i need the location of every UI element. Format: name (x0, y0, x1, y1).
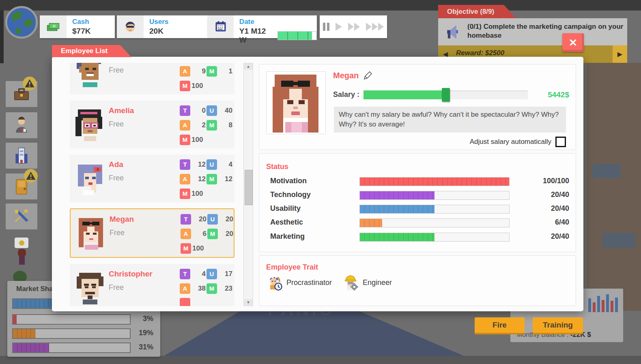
stat-chip: T (180, 159, 190, 170)
employee-row[interactable]: Amelia Free T0 U40 A2 M8 M100 (70, 101, 234, 148)
reward-value: $2500 (485, 49, 504, 57)
employee-row-selected[interactable]: Megan Free T20 U20 A6 M20 M100 (70, 208, 234, 258)
stat-chip: M (207, 229, 218, 239)
stat-chip: U (207, 214, 218, 225)
week-progress-bar (277, 31, 317, 40)
scroll-down-button[interactable]: ▼ (244, 299, 253, 306)
date-card: Date Y1 M12 W (208, 15, 317, 38)
employee-name: Ada (109, 160, 123, 169)
stat-value: 1 (217, 66, 233, 75)
employee-status: Free (109, 66, 124, 75)
employee-row[interactable]: Christopher Free T4 U17 A38 M23 (70, 264, 234, 306)
world-button[interactable] (4, 5, 39, 40)
cash-card: Cash $77K (40, 15, 115, 38)
auto-salary-checkbox[interactable] (555, 137, 566, 147)
tools-icon (13, 208, 30, 225)
background-left-strip (0, 11, 4, 63)
scroll-up-button[interactable]: ▲ (244, 63, 253, 70)
background-bottom-strip (0, 356, 641, 364)
market-share-bar (12, 343, 131, 353)
status-value: 6/40 (555, 218, 569, 227)
stat-value (190, 298, 206, 299)
status-title: Status (266, 163, 288, 171)
employee-row[interactable]: Ada Free T12 U4 A12 M12 M100 (70, 154, 234, 202)
close-button[interactable]: ✕ (562, 33, 584, 52)
training-button[interactable]: Training (533, 317, 583, 334)
week-progress-fill (278, 32, 312, 40)
stat-value: 2 (190, 120, 206, 129)
stat-chip: M (180, 81, 190, 91)
balance-chart-bar (606, 294, 609, 312)
stat-value: 38 (190, 283, 206, 293)
status-bar (359, 191, 510, 200)
megaphone-icon (445, 23, 462, 41)
trait-title: Employee Trait (266, 263, 318, 272)
salary-slider-handle[interactable] (442, 88, 450, 102)
status-card: Status Motivation 100/100 Technology 20/… (259, 153, 576, 252)
scrollbar-thumb[interactable] (245, 170, 253, 205)
stat-value: 4 (217, 159, 233, 169)
background-office (587, 63, 641, 311)
status-value: 20/40 (551, 191, 569, 199)
play-button[interactable] (335, 22, 343, 32)
sidebar-item-staff[interactable] (6, 112, 37, 138)
fastest-forward-button[interactable] (366, 22, 384, 32)
stat-chip (180, 298, 190, 306)
objective-next-arrow[interactable]: ▶ (613, 45, 627, 63)
sidebar-item-building[interactable] (6, 143, 37, 169)
npc-character-body (19, 256, 25, 265)
market-share-value: 31% (131, 343, 153, 351)
stat-value: 6 (191, 229, 207, 238)
balance-chart-bar (593, 302, 596, 312)
pause-button[interactable] (323, 22, 330, 32)
cash-icon (46, 21, 60, 33)
sidebar-item-tools[interactable] (6, 203, 37, 229)
stat-chip: U (206, 159, 217, 170)
employee-list-scrollbar[interactable]: ▲ ▼ (243, 63, 253, 306)
status-value: 100/100 (543, 177, 569, 185)
stat-chip: M (206, 174, 217, 184)
auto-salary-label: Adjust salary automatically (470, 138, 551, 146)
stat-value: 8 (217, 120, 233, 129)
status-label: Motivation (270, 177, 307, 185)
stat-chip: T (181, 214, 191, 225)
users-icon (124, 20, 137, 33)
stat-chip: M (181, 243, 191, 254)
fast-forward-button[interactable] (348, 22, 361, 32)
reward-label: Reward: (456, 49, 483, 57)
trait-label: Procrastinator (286, 278, 332, 287)
procrastinator-icon (266, 274, 282, 291)
employee-name: Megan (110, 215, 134, 224)
detail-employee-name: Megan (333, 71, 359, 80)
stat-chip: T (180, 269, 190, 279)
edit-pencil-icon[interactable] (363, 70, 373, 81)
stat-value: 40 (217, 105, 233, 115)
salary-slider[interactable] (364, 90, 528, 99)
calendar-icon (214, 20, 227, 33)
warning-badge (22, 76, 37, 91)
stat-value: 20 (218, 229, 234, 238)
stat-value: 12 (190, 174, 206, 183)
status-bar (359, 218, 510, 227)
stat-chip: U (206, 269, 217, 279)
employee-name: Christopher (109, 270, 153, 278)
status-bar (359, 205, 510, 214)
employee-status: Free (109, 120, 124, 128)
employee-name: Amelia (109, 106, 134, 115)
stat-chip: A (181, 229, 191, 239)
stat-value: 100 (190, 188, 206, 198)
stat-value: 12 (217, 174, 233, 183)
employee-row[interactable]: Free A9 M1 M100 (70, 63, 234, 94)
market-share-value: 19% (131, 329, 153, 337)
speech-bubble (15, 238, 28, 248)
cash-value: $77K (72, 27, 90, 36)
stat-value: 100 (191, 243, 207, 253)
cash-label: Cash (72, 18, 90, 26)
stat-chip: U (206, 105, 217, 116)
stat-chip: T (180, 105, 190, 116)
fire-button[interactable]: Fire (475, 317, 525, 334)
users-card: Users 20K (117, 15, 208, 38)
status-label: Marketing (270, 232, 305, 241)
balance-chart-bar (602, 300, 604, 312)
npc-character (18, 249, 26, 256)
